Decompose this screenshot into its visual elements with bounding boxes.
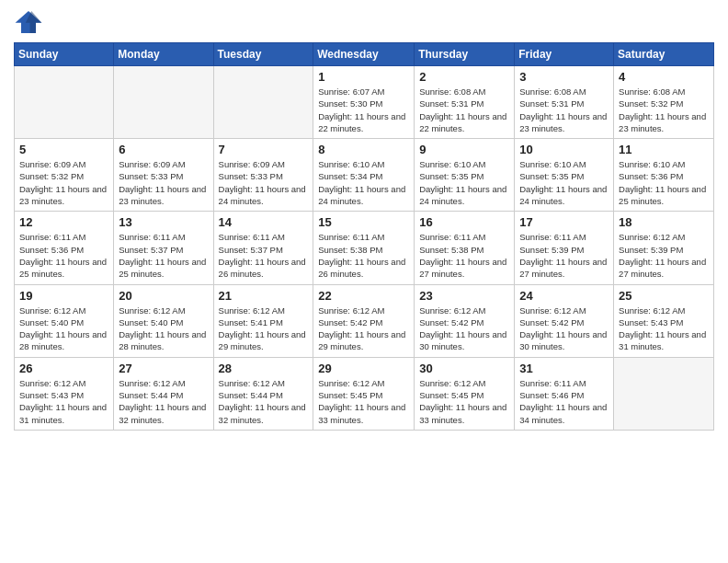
calendar-cell: 28Sunrise: 6:12 AM Sunset: 5:44 PM Dayli…: [213, 357, 313, 430]
day-number: 29: [318, 362, 409, 375]
day-number: 25: [619, 289, 709, 303]
day-info: Sunrise: 6:11 AM Sunset: 5:37 PM Dayligh…: [119, 231, 208, 280]
day-number: 12: [19, 215, 108, 229]
calendar-cell: 20Sunrise: 6:12 AM Sunset: 5:40 PM Dayli…: [114, 284, 213, 357]
page-container: SundayMondayTuesdayWednesdayThursdayFrid…: [0, 0, 728, 440]
day-info: Sunrise: 6:12 AM Sunset: 5:45 PM Dayligh…: [318, 377, 409, 426]
weekday-header-tuesday: Tuesday: [213, 43, 313, 66]
calendar-cell: [15, 66, 114, 139]
calendar-cell: [213, 66, 313, 139]
calendar-cell: 9Sunrise: 6:10 AM Sunset: 5:35 PM Daylig…: [415, 139, 515, 212]
calendar-cell: 10Sunrise: 6:10 AM Sunset: 5:35 PM Dayli…: [515, 139, 614, 212]
weekday-header-sunday: Sunday: [15, 43, 114, 66]
day-info: Sunrise: 6:12 AM Sunset: 5:39 PM Dayligh…: [619, 231, 709, 280]
calendar-cell: 17Sunrise: 6:11 AM Sunset: 5:39 PM Dayli…: [515, 212, 614, 284]
day-info: Sunrise: 6:08 AM Sunset: 5:31 PM Dayligh…: [419, 86, 509, 134]
logo-icon: [14, 9, 43, 35]
calendar-cell: 6Sunrise: 6:09 AM Sunset: 5:33 PM Daylig…: [114, 139, 213, 212]
calendar-table: SundayMondayTuesdayWednesdayThursdayFrid…: [14, 42, 714, 431]
day-info: Sunrise: 6:11 AM Sunset: 5:46 PM Dayligh…: [519, 377, 609, 426]
day-number: 9: [419, 143, 509, 156]
day-number: 11: [619, 143, 709, 156]
calendar-week-1: 1Sunrise: 6:07 AM Sunset: 5:30 PM Daylig…: [15, 66, 714, 139]
day-info: Sunrise: 6:11 AM Sunset: 5:38 PM Dayligh…: [419, 231, 509, 280]
calendar-week-3: 12Sunrise: 6:11 AM Sunset: 5:36 PM Dayli…: [15, 212, 714, 284]
weekday-header-thursday: Thursday: [415, 43, 515, 66]
calendar-week-5: 26Sunrise: 6:12 AM Sunset: 5:43 PM Dayli…: [15, 357, 714, 430]
day-info: Sunrise: 6:07 AM Sunset: 5:30 PM Dayligh…: [318, 86, 409, 134]
weekday-header-wednesday: Wednesday: [313, 43, 415, 66]
day-info: Sunrise: 6:10 AM Sunset: 5:34 PM Dayligh…: [318, 158, 409, 207]
day-info: Sunrise: 6:12 AM Sunset: 5:42 PM Dayligh…: [519, 304, 609, 353]
logo: [14, 9, 47, 35]
calendar-cell: 11Sunrise: 6:10 AM Sunset: 5:36 PM Dayli…: [614, 139, 714, 212]
day-info: Sunrise: 6:12 AM Sunset: 5:45 PM Dayligh…: [419, 377, 509, 426]
day-info: Sunrise: 6:11 AM Sunset: 5:38 PM Dayligh…: [318, 231, 409, 280]
day-info: Sunrise: 6:10 AM Sunset: 5:36 PM Dayligh…: [619, 158, 709, 207]
day-number: 31: [519, 362, 609, 375]
day-number: 22: [318, 289, 409, 303]
calendar-cell: 15Sunrise: 6:11 AM Sunset: 5:38 PM Dayli…: [313, 212, 415, 284]
calendar-cell: 27Sunrise: 6:12 AM Sunset: 5:44 PM Dayli…: [114, 357, 213, 430]
day-info: Sunrise: 6:12 AM Sunset: 5:42 PM Dayligh…: [419, 304, 509, 353]
day-info: Sunrise: 6:12 AM Sunset: 5:44 PM Dayligh…: [219, 377, 309, 426]
calendar-cell: 12Sunrise: 6:11 AM Sunset: 5:36 PM Dayli…: [15, 212, 114, 284]
calendar-cell: 19Sunrise: 6:12 AM Sunset: 5:40 PM Dayli…: [15, 284, 114, 357]
calendar-week-2: 5Sunrise: 6:09 AM Sunset: 5:32 PM Daylig…: [15, 139, 714, 212]
weekday-header-row: SundayMondayTuesdayWednesdayThursdayFrid…: [15, 43, 714, 66]
calendar-cell: 8Sunrise: 6:10 AM Sunset: 5:34 PM Daylig…: [313, 139, 415, 212]
day-info: Sunrise: 6:11 AM Sunset: 5:37 PM Dayligh…: [219, 231, 309, 280]
day-info: Sunrise: 6:11 AM Sunset: 5:39 PM Dayligh…: [519, 231, 609, 280]
day-number: 26: [19, 362, 108, 375]
calendar-cell: 16Sunrise: 6:11 AM Sunset: 5:38 PM Dayli…: [415, 212, 515, 284]
day-number: 23: [419, 289, 509, 303]
day-number: 16: [419, 215, 509, 229]
weekday-header-saturday: Saturday: [614, 43, 714, 66]
day-number: 13: [119, 215, 208, 229]
day-number: 17: [519, 215, 609, 229]
calendar-cell: 30Sunrise: 6:12 AM Sunset: 5:45 PM Dayli…: [415, 357, 515, 430]
day-number: 28: [219, 362, 309, 375]
day-number: 10: [519, 143, 609, 156]
day-number: 27: [119, 362, 208, 375]
calendar-week-4: 19Sunrise: 6:12 AM Sunset: 5:40 PM Dayli…: [15, 284, 714, 357]
day-number: 21: [219, 289, 309, 303]
calendar-cell: 26Sunrise: 6:12 AM Sunset: 5:43 PM Dayli…: [15, 357, 114, 430]
day-info: Sunrise: 6:12 AM Sunset: 5:40 PM Dayligh…: [19, 304, 108, 353]
calendar-cell: 25Sunrise: 6:12 AM Sunset: 5:43 PM Dayli…: [614, 284, 714, 357]
calendar-cell: [114, 66, 213, 139]
day-number: 15: [318, 215, 409, 229]
day-info: Sunrise: 6:12 AM Sunset: 5:43 PM Dayligh…: [619, 304, 709, 353]
day-number: 1: [318, 70, 409, 84]
day-number: 20: [119, 289, 208, 303]
day-number: 4: [619, 70, 709, 84]
day-number: 8: [318, 143, 409, 156]
calendar-cell: 5Sunrise: 6:09 AM Sunset: 5:32 PM Daylig…: [15, 139, 114, 212]
calendar-cell: 4Sunrise: 6:08 AM Sunset: 5:32 PM Daylig…: [614, 66, 714, 139]
day-number: 18: [619, 215, 709, 229]
day-number: 14: [219, 215, 309, 229]
day-info: Sunrise: 6:10 AM Sunset: 5:35 PM Dayligh…: [519, 158, 609, 207]
day-info: Sunrise: 6:10 AM Sunset: 5:35 PM Dayligh…: [419, 158, 509, 207]
day-number: 24: [519, 289, 609, 303]
calendar-cell: 3Sunrise: 6:08 AM Sunset: 5:31 PM Daylig…: [515, 66, 614, 139]
day-info: Sunrise: 6:08 AM Sunset: 5:32 PM Dayligh…: [619, 86, 709, 134]
calendar-cell: 23Sunrise: 6:12 AM Sunset: 5:42 PM Dayli…: [415, 284, 515, 357]
calendar-cell: 7Sunrise: 6:09 AM Sunset: 5:33 PM Daylig…: [213, 139, 313, 212]
day-number: 5: [19, 143, 108, 156]
day-info: Sunrise: 6:09 AM Sunset: 5:32 PM Dayligh…: [19, 158, 108, 207]
calendar-cell: 21Sunrise: 6:12 AM Sunset: 5:41 PM Dayli…: [213, 284, 313, 357]
day-info: Sunrise: 6:09 AM Sunset: 5:33 PM Dayligh…: [119, 158, 208, 207]
calendar-cell: 13Sunrise: 6:11 AM Sunset: 5:37 PM Dayli…: [114, 212, 213, 284]
weekday-header-monday: Monday: [114, 43, 213, 66]
weekday-header-friday: Friday: [515, 43, 614, 66]
calendar-cell: 1Sunrise: 6:07 AM Sunset: 5:30 PM Daylig…: [313, 66, 415, 139]
day-number: 6: [119, 143, 208, 156]
day-info: Sunrise: 6:09 AM Sunset: 5:33 PM Dayligh…: [219, 158, 309, 207]
calendar-cell: 22Sunrise: 6:12 AM Sunset: 5:42 PM Dayli…: [313, 284, 415, 357]
header: [14, 9, 714, 35]
day-info: Sunrise: 6:12 AM Sunset: 5:44 PM Dayligh…: [119, 377, 208, 426]
calendar-cell: 18Sunrise: 6:12 AM Sunset: 5:39 PM Dayli…: [614, 212, 714, 284]
calendar-cell: 31Sunrise: 6:11 AM Sunset: 5:46 PM Dayli…: [515, 357, 614, 430]
day-info: Sunrise: 6:11 AM Sunset: 5:36 PM Dayligh…: [19, 231, 108, 280]
